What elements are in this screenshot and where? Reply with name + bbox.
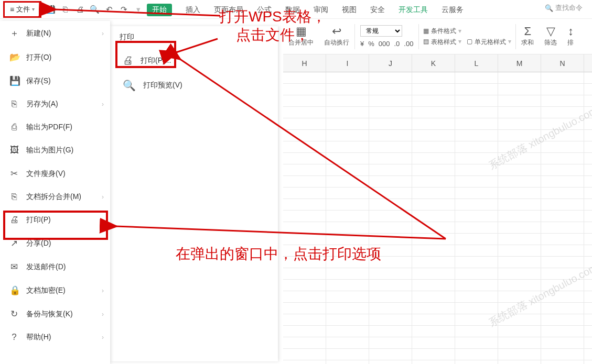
cell[interactable] [455, 211, 498, 222]
cell[interactable] [369, 349, 412, 360]
percent-button[interactable]: % [368, 40, 374, 48]
file-menu-item-1[interactable]: 📂打开(O) [0, 46, 110, 69]
cell[interactable] [541, 153, 584, 164]
merge-center-button[interactable]: ▦ 合并居中 [283, 26, 319, 47]
cell[interactable] [283, 187, 326, 199]
cell[interactable] [369, 153, 412, 164]
cell[interactable] [412, 222, 455, 234]
tab-insert[interactable]: 插入 [186, 5, 200, 15]
cell[interactable] [498, 314, 541, 326]
cell[interactable] [412, 164, 455, 176]
cell[interactable] [498, 291, 541, 303]
cell[interactable] [326, 84, 369, 95]
cell[interactable] [326, 118, 369, 130]
cell[interactable] [412, 107, 455, 118]
file-menu-item-0[interactable]: ＋新建(N)› [0, 21, 110, 46]
cell[interactable] [369, 303, 412, 314]
cell[interactable] [584, 72, 592, 84]
cell[interactable] [541, 176, 584, 187]
cell[interactable] [455, 164, 498, 176]
file-menu-item-13[interactable]: ?帮助(H)› [0, 326, 110, 349]
cell[interactable] [326, 360, 369, 364]
file-menu-item-8[interactable]: 🖨打印(P)› [0, 208, 110, 231]
cell[interactable] [283, 72, 326, 84]
cell[interactable] [326, 245, 369, 257]
cell[interactable] [326, 176, 369, 187]
cell[interactable] [455, 176, 498, 187]
cell[interactable] [369, 141, 412, 153]
cell[interactable] [541, 280, 584, 291]
cell[interactable] [412, 268, 455, 280]
cell[interactable] [498, 84, 541, 95]
cell[interactable] [541, 268, 584, 280]
cell[interactable] [326, 222, 369, 234]
cell[interactable] [412, 211, 455, 222]
cell[interactable] [584, 257, 592, 268]
cell[interactable] [283, 349, 326, 360]
sum-button[interactable]: Σ求和 [516, 26, 539, 47]
cell[interactable] [584, 245, 592, 257]
cell[interactable] [455, 360, 498, 364]
cell[interactable] [283, 314, 326, 326]
cell[interactable] [584, 84, 592, 95]
cell[interactable] [283, 303, 326, 314]
cell[interactable] [412, 314, 455, 326]
cell[interactable] [455, 268, 498, 280]
column-header[interactable]: H [283, 54, 326, 72]
cell[interactable] [326, 130, 369, 141]
cell[interactable] [455, 303, 498, 314]
cell[interactable] [369, 199, 412, 211]
cell[interactable] [326, 187, 369, 199]
cell[interactable] [498, 199, 541, 211]
currency-button[interactable]: ¥ [360, 40, 364, 48]
tab-view[interactable]: 视图 [342, 5, 357, 15]
cell[interactable] [455, 153, 498, 164]
cell[interactable] [283, 222, 326, 234]
cell[interactable] [584, 153, 592, 164]
cell[interactable] [541, 95, 584, 107]
cell[interactable] [369, 211, 412, 222]
cell[interactable] [283, 280, 326, 291]
cell[interactable] [541, 72, 584, 84]
dec-increase-button[interactable]: .0 [394, 40, 400, 48]
cell[interactable] [498, 326, 541, 337]
cell[interactable] [283, 176, 326, 187]
cell[interactable] [498, 349, 541, 360]
cell[interactable] [369, 245, 412, 257]
cell[interactable] [369, 360, 412, 364]
cell[interactable] [541, 222, 584, 234]
column-header[interactable]: L [455, 54, 498, 72]
cell[interactable] [541, 199, 584, 211]
cell[interactable] [412, 118, 455, 130]
file-menu-item-11[interactable]: 🔒文档加密(E)› [0, 279, 110, 302]
cell[interactable] [584, 314, 592, 326]
cell[interactable] [369, 280, 412, 291]
cell[interactable] [498, 118, 541, 130]
column-header[interactable]: K [412, 54, 455, 72]
cell[interactable] [412, 303, 455, 314]
cell[interactable] [455, 280, 498, 291]
cell[interactable] [412, 291, 455, 303]
cell[interactable] [584, 176, 592, 187]
cell[interactable] [369, 337, 412, 349]
cell[interactable] [584, 141, 592, 153]
cell[interactable] [455, 314, 498, 326]
cell[interactable] [326, 337, 369, 349]
cell[interactable] [584, 291, 592, 303]
cell[interactable] [412, 84, 455, 95]
cell[interactable] [584, 95, 592, 107]
cell[interactable] [498, 211, 541, 222]
cell[interactable] [584, 118, 592, 130]
cell[interactable] [412, 257, 455, 268]
cell[interactable] [283, 268, 326, 280]
cell[interactable] [541, 118, 584, 130]
cell[interactable] [455, 245, 498, 257]
cell[interactable] [412, 245, 455, 257]
cell[interactable] [412, 176, 455, 187]
cell[interactable] [412, 153, 455, 164]
cell[interactable] [455, 118, 498, 130]
cell[interactable] [541, 337, 584, 349]
cell[interactable] [498, 257, 541, 268]
cell[interactable] [541, 107, 584, 118]
cell[interactable] [369, 130, 412, 141]
